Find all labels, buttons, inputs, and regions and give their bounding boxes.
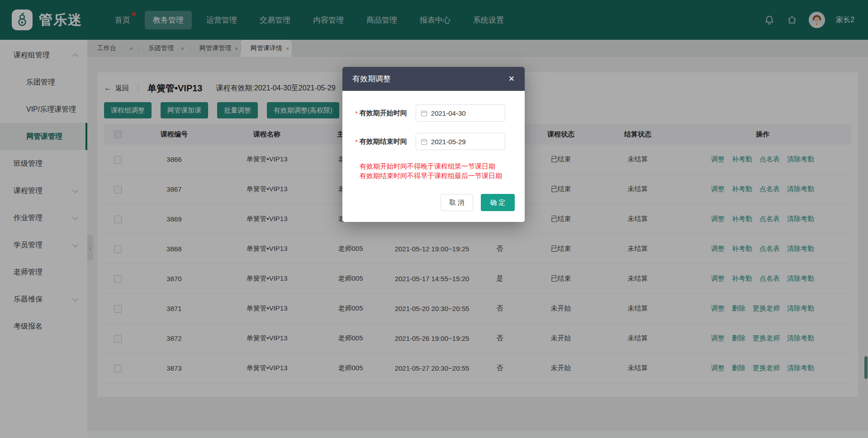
end-date-label: 有效期结束时间 xyxy=(360,137,410,146)
confirm-button[interactable]: 确 定 xyxy=(481,194,515,211)
modal-footer: 取 消 确 定 xyxy=(441,194,515,211)
start-date-field: * 有效期开始时间 2021-04-30 xyxy=(355,104,525,122)
warning-line: 有效期开始时间不得晚于课程组第一节课日期 xyxy=(360,161,525,171)
cancel-button[interactable]: 取 消 xyxy=(441,194,473,211)
calendar-icon xyxy=(421,110,427,117)
close-icon[interactable]: ✕ xyxy=(508,74,515,84)
warning-line: 有效期结束时间不得早于课程组最后一节课日期 xyxy=(360,171,525,180)
required-asterisk: * xyxy=(355,109,358,117)
modal-body: * 有效期开始时间 2021-04-30 * 有效期结束时间 20 xyxy=(342,91,525,180)
required-asterisk: * xyxy=(355,138,358,146)
end-date-value: 2021-05-29 xyxy=(431,138,466,146)
start-date-label: 有效期开始时间 xyxy=(360,109,410,118)
modal-header: 有效期调整 ✕ xyxy=(342,67,525,91)
end-date-input[interactable]: 2021-05-29 xyxy=(416,133,505,150)
end-date-field: * 有效期结束时间 2021-05-29 xyxy=(355,133,525,150)
modal-title: 有效期调整 xyxy=(352,74,391,84)
validity-adjust-modal: 有效期调整 ✕ * 有效期开始时间 2021-04-30 * 有效期结束时间 xyxy=(342,67,525,222)
start-date-value: 2021-04-30 xyxy=(431,109,466,117)
start-date-input[interactable]: 2021-04-30 xyxy=(416,104,505,122)
calendar-icon xyxy=(421,138,427,145)
